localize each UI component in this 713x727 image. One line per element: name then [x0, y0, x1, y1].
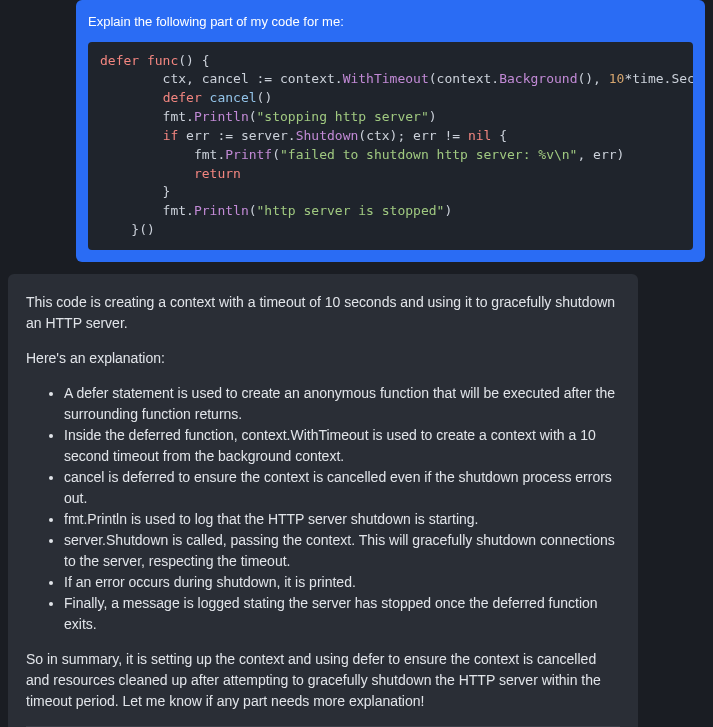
reply-bullet: cancel is deferred to ensure the context…: [64, 467, 620, 509]
user-prompt-text: Explain the following part of my code fo…: [88, 12, 693, 32]
code-token: defer: [100, 53, 139, 68]
code-token: Println: [194, 203, 249, 218]
code-token: err := server.: [178, 128, 295, 143]
reply-bullet: If an error occurs during shutdown, it i…: [64, 572, 620, 593]
code-token: [139, 53, 147, 68]
code-token: Printf: [225, 147, 272, 162]
code-token: nil: [468, 128, 491, 143]
code-token: (ctx); err !=: [358, 128, 468, 143]
reply-bullet: Finally, a message is logged stating the…: [64, 593, 620, 635]
reply-bullet: server.Shutdown is called, passing the c…: [64, 530, 620, 572]
reply-bullet: A defer statement is used to create an a…: [64, 383, 620, 425]
user-message: Explain the following part of my code fo…: [76, 0, 705, 262]
code-token: (context.: [429, 71, 499, 86]
code-token: if: [163, 128, 179, 143]
code-token: Shutdown: [296, 128, 359, 143]
reply-paragraph: Here's an explanation:: [26, 348, 620, 369]
code-token: "failed to shutdown http server: %v\n": [280, 147, 577, 162]
code-token: [202, 90, 210, 105]
code-token: Println: [194, 109, 249, 124]
code-token: defer: [163, 90, 202, 105]
code-token: func: [147, 53, 178, 68]
reply-bullet-list: A defer statement is used to create an a…: [26, 383, 620, 635]
code-token: } fmt.: [100, 184, 194, 218]
code-block[interactable]: defer func() { ctx, cancel := context.Wi…: [88, 42, 693, 250]
assistant-message: This code is creating a context with a t…: [8, 274, 638, 727]
reply-bullet: fmt.Println is used to log that the HTTP…: [64, 509, 620, 530]
code-token: 10: [609, 71, 625, 86]
code-token: WithTimeout: [343, 71, 429, 86]
code-token: cancel: [210, 90, 257, 105]
code-token: Background: [499, 71, 577, 86]
code-token: (: [249, 203, 257, 218]
reply-paragraph: So in summary, it is setting up the cont…: [26, 649, 620, 712]
code-token: "stopping http server": [257, 109, 429, 124]
code-token: "http server is stopped": [257, 203, 445, 218]
code-token: return: [194, 166, 241, 181]
reply-bullet: Inside the deferred function, context.Wi…: [64, 425, 620, 467]
reply-paragraph: This code is creating a context with a t…: [26, 292, 620, 334]
code-token: (),: [577, 71, 608, 86]
code-token: (: [272, 147, 280, 162]
code-token: (: [249, 109, 257, 124]
